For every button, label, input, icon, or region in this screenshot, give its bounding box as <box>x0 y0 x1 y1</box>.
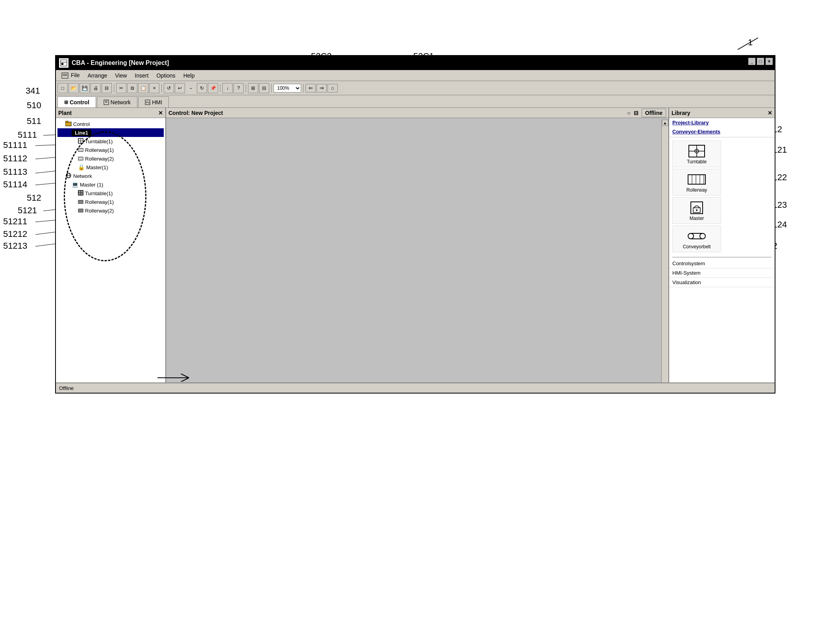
nav-back-button[interactable]: ⇐ <box>305 84 316 92</box>
library-item-master[interactable]: Master <box>672 197 721 224</box>
close-button[interactable]: × <box>765 57 773 65</box>
open-button[interactable]: 📂 <box>68 83 79 93</box>
library-item-conveyorbelt[interactable]: Conveyorbelt <box>672 225 721 252</box>
tree-rollerway2-net-label: Rollerway(2) <box>85 208 114 214</box>
tree-item-master-net[interactable]: 💻 Master (1) <box>57 180 164 189</box>
props-button[interactable]: ⊟ <box>259 83 269 93</box>
nav-home-button[interactable]: ⌂ <box>327 84 338 92</box>
window-controls[interactable]: _ □ × <box>748 57 773 65</box>
ref-51211: 51211 <box>3 216 27 227</box>
title-bar: CBA - Engineering [New Project] _ □ × <box>56 56 775 70</box>
right-panel: Library ✕ Project-Library Conveyor-Eleme… <box>668 108 775 393</box>
tree-item-rollerway1-net[interactable]: Rollerway(1) <box>57 198 164 206</box>
left-panel: Plant ✕ Control <box>56 108 166 393</box>
minimize-button[interactable]: _ <box>748 57 756 65</box>
paste-button[interactable]: 📋 <box>138 83 148 93</box>
library-divider <box>672 257 772 257</box>
svg-rect-31 <box>61 63 63 65</box>
sep-dash: - <box>186 83 196 93</box>
tree-item-turntable1[interactable]: Turntable(1) <box>57 137 164 146</box>
tree-master1-label: Master(1) <box>86 164 108 170</box>
restore-icon[interactable]: ⊟ <box>634 110 638 116</box>
menu-view[interactable]: View <box>111 72 131 79</box>
tree-item-control[interactable]: Control <box>57 120 164 128</box>
connect2-button[interactable]: ? <box>233 83 244 93</box>
tree-item-turntable-net[interactable]: Turntable(1) <box>57 189 164 198</box>
scroll-up-button[interactable]: ▲ <box>662 120 668 126</box>
tab-hmi-label: HMI <box>152 99 162 105</box>
menu-file-label: File <box>71 72 80 78</box>
svg-point-94 <box>700 233 705 239</box>
minimize-icon[interactable]: ○ <box>627 110 630 116</box>
ref-51111: 51111 <box>3 140 27 150</box>
ref-5121: 5121 <box>18 205 37 216</box>
toolbar-sep2 <box>161 84 162 92</box>
menu-options[interactable]: Options <box>152 72 179 79</box>
tab-control[interactable]: ⊞ Control <box>57 96 96 107</box>
tree-turntable1-label: Turntable(1) <box>85 139 113 144</box>
tab-network-label: Network <box>111 99 131 105</box>
undo-button[interactable]: ↺ <box>164 83 174 93</box>
right-panel-close[interactable]: ✕ <box>768 110 772 116</box>
library-item-turntable[interactable]: Turntable <box>672 140 721 167</box>
library-section-project[interactable]: Project-Library <box>669 118 775 127</box>
network-icon <box>65 173 72 179</box>
undo2-button[interactable]: ↩ <box>175 83 185 93</box>
restore-button[interactable]: □ <box>757 57 764 65</box>
svg-rect-85 <box>688 175 705 184</box>
center-panel: Control: New Project ○ ⊟ Offline <box>166 108 668 393</box>
svg-rect-41 <box>65 121 68 122</box>
tree-control-label: Control <box>73 121 90 127</box>
new-button[interactable]: □ <box>57 83 68 93</box>
nav-forward-button[interactable]: ⇒ <box>316 84 327 92</box>
center-status: Offline <box>642 109 666 117</box>
grid-button[interactable]: ⊞ <box>248 83 258 93</box>
tree-rollerway2-label: Rollerway(2) <box>85 156 114 162</box>
delete-button[interactable]: × <box>149 83 159 93</box>
rollerway1-net-icon <box>78 199 83 205</box>
library-controlsystem[interactable]: Controlsystem <box>669 259 775 268</box>
tree-item-network[interactable]: Network <box>57 172 164 180</box>
rollerway-library-label: Rollerway <box>686 187 707 193</box>
print2-button[interactable]: ⊟ <box>102 83 112 93</box>
menu-view-label: View <box>115 72 127 79</box>
tab-hmi[interactable]: Px HMI <box>138 96 169 107</box>
tree-item-rollerway1[interactable]: Rollerway(1) <box>57 146 164 154</box>
tree-item-rollerway2-net[interactable]: Rollerway(2) <box>57 206 164 215</box>
library-item-rollerway[interactable]: Rollerway <box>672 169 721 196</box>
conveyorbelt-library-icon <box>687 228 707 244</box>
page: 1 341 510 511 5111 51111 51112 51113 511… <box>0 0 840 632</box>
lib-empty-1 <box>723 140 772 167</box>
toolbar-sep3 <box>220 84 220 92</box>
library-section-conveyor[interactable]: Conveyor-Elements <box>669 127 775 137</box>
copy-button[interactable]: ⧉ <box>127 83 137 93</box>
svg-text:Px: Px <box>146 101 150 104</box>
pin-button[interactable]: 📌 <box>208 83 218 93</box>
menu-help[interactable]: Help <box>179 72 199 79</box>
library-hmi-system[interactable]: HMI-System <box>669 268 775 278</box>
tree-item-rollerway2[interactable]: Rollerway(2) <box>57 154 164 163</box>
svg-point-92 <box>696 209 698 211</box>
print-button[interactable]: 🖨 <box>91 83 101 93</box>
tree-line1-label: Line1 <box>72 129 91 136</box>
tab-hmi-icon: Px <box>145 99 150 105</box>
tab-network[interactable]: Network <box>97 96 137 107</box>
zoom-select[interactable]: 100% 75% 150% <box>274 84 301 92</box>
main-content: Plant ✕ Control <box>56 108 775 393</box>
library-visualization[interactable]: Visualization <box>669 278 775 287</box>
menu-insert[interactable]: Insert <box>131 72 152 79</box>
toolbar-sep5 <box>271 84 272 92</box>
menu-arrange[interactable]: Arrange <box>83 72 111 79</box>
redo-button[interactable]: ↻ <box>197 83 207 93</box>
menu-file[interactable]: File <box>57 71 83 79</box>
left-panel-close[interactable]: ✕ <box>158 110 163 116</box>
save-button[interactable]: 💾 <box>80 83 90 93</box>
vertical-scrollbar[interactable]: ▲ ▼ <box>661 120 668 393</box>
tree-item-master1[interactable]: 🔒 Master(1) <box>57 163 164 172</box>
left-panel-title: Plant <box>58 110 72 116</box>
ref-512: 512 <box>27 193 41 203</box>
connect-button[interactable]: ↓ <box>222 83 233 93</box>
center-panel-header: Control: New Project ○ ⊟ Offline <box>166 108 668 118</box>
tree-item-line1[interactable]: Line1 <box>57 128 164 137</box>
cut-button[interactable]: ✂ <box>116 83 126 93</box>
